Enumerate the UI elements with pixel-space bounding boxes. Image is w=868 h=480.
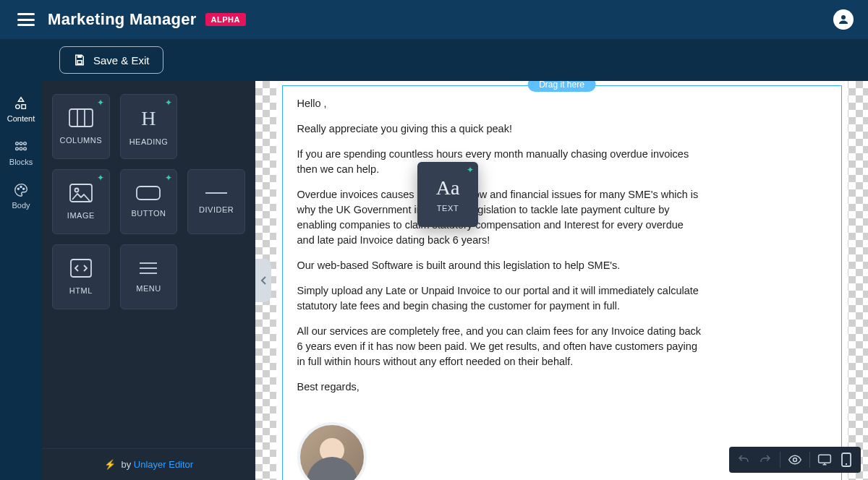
account-icon[interactable] [833,9,854,30]
email-paragraph: If you are spending countless hours ever… [297,147,704,177]
rail-item-content[interactable]: Content [0,90,42,130]
undo-icon [737,453,750,466]
block-label: IMAGE [67,211,95,220]
code-icon [70,259,92,279]
collapse-sidebar-handle[interactable] [255,259,271,302]
email-paragraph: All our services are completely free, an… [297,324,704,369]
block-label: DIVIDER [199,205,234,214]
svg-point-9 [20,147,22,150]
svg-point-6 [20,142,22,145]
svg-rect-26 [819,455,831,463]
palette-icon [13,182,29,198]
image-icon [69,184,93,204]
shapes-icon [13,95,29,111]
sparkle-icon: ✦ [467,165,474,175]
chevron-left-icon [259,275,268,286]
menu-lines-icon [138,261,158,277]
save-icon [73,53,86,67]
email-paragraph: Overdue invoices causes huge cash flow a… [297,187,704,248]
bolt-icon: ⚡ [104,459,116,470]
sparkle-icon: ✦ [97,98,105,108]
save-exit-button[interactable]: Save & Exit [59,46,163,74]
email-paragraph: Our web-based Software is built around t… [297,258,704,273]
rail-label: Content [0,114,42,123]
rail-item-body[interactable]: Body [0,176,42,217]
email-paragraph: Hello , [297,96,704,111]
rail-item-blocks[interactable]: Blocks [0,133,42,173]
svg-point-7 [24,142,27,145]
block-label: COLUMNS [60,136,103,145]
heading-icon: H [141,107,156,130]
svg-point-3 [16,105,20,109]
block-menu[interactable]: MENU [120,244,178,309]
canvas: Drag it here Hello , Really appreciate y… [255,81,868,480]
mobile-view-button[interactable] [836,450,856,470]
svg-point-25 [793,458,797,462]
svg-rect-4 [22,105,25,109]
undo-button[interactable] [733,450,754,470]
hamburger-menu-icon[interactable] [17,13,35,26]
drag-ghost-label: TEXT [437,204,459,213]
svg-point-13 [23,188,25,189]
block-grid: ✦ COLUMNS ✦ H HEADING ✦ IMAGE ✦ [52,94,245,309]
save-exit-label: Save & Exit [93,54,150,67]
sparkle-icon: ✦ [97,173,105,183]
credit-prefix: by [121,459,133,470]
svg-rect-19 [137,187,160,200]
svg-point-0 [841,15,846,20]
desktop-icon [817,453,832,466]
columns-icon [69,108,93,129]
unlayer-credit: ⚡ by Unlayer Editor [42,448,255,480]
redo-button[interactable] [755,450,775,470]
svg-rect-2 [77,61,82,64]
block-image[interactable]: ✦ IMAGE [52,169,110,234]
drop-zone[interactable]: Drag it here Hello , Really appreciate y… [282,85,842,480]
preview-button[interactable] [785,450,805,470]
svg-point-11 [17,188,19,189]
canvas-action-bar [729,447,861,473]
blocks-panel: ✦ COLUMNS ✦ H HEADING ✦ IMAGE ✦ [42,81,255,480]
block-label: HEADING [129,137,169,146]
svg-point-18 [75,189,78,192]
email-paragraph: Simply upload any Late or Unpaid Invoice… [297,283,704,314]
mobile-icon [841,453,851,467]
grid-icon [13,139,29,155]
svg-point-12 [20,186,22,187]
signature-avatar [297,422,367,480]
block-divider[interactable]: DIVIDER [187,169,245,234]
svg-point-8 [16,147,19,150]
sparkle-icon: ✦ [165,98,173,108]
main: Content Blocks Body ✦ COLUMNS ✦ H HEADIN… [0,81,868,480]
drag-ghost-text-block[interactable]: ✦ Aa TEXT [417,162,478,227]
block-html[interactable]: HTML [52,244,110,309]
rail-label: Blocks [0,158,42,166]
text-icon: Aa [436,176,460,200]
redo-icon [759,453,772,466]
email-frame: Drag it here Hello , Really appreciate y… [276,81,848,480]
email-body[interactable]: Hello , Really appreciate you giving thi… [283,86,841,419]
topbar: Marketing Manager ALPHA [0,0,868,39]
app-title: Marketing Manager [48,10,197,29]
svg-rect-14 [69,109,93,127]
separator [780,452,780,468]
email-paragraph: Best regards, [297,380,704,395]
desktop-view-button[interactable] [814,450,835,470]
nav-rail: Content Blocks Body [0,81,42,480]
block-columns[interactable]: ✦ COLUMNS [52,94,110,159]
sparkle-icon: ✦ [165,173,173,183]
block-heading[interactable]: ✦ H HEADING [120,94,178,159]
block-label: MENU [136,284,161,293]
svg-point-10 [24,147,27,150]
button-icon [136,186,161,202]
alpha-badge: ALPHA [205,13,246,26]
toolbar: Save & Exit [0,39,868,81]
svg-rect-21 [71,260,91,277]
divider-icon [204,189,229,198]
eye-icon [788,454,802,466]
email-paragraph: Really appreciate you giving this a quic… [297,121,704,137]
block-button[interactable]: ✦ BUTTON [120,169,178,234]
separator [809,452,810,468]
block-label: BUTTON [131,209,166,218]
svg-rect-1 [77,55,82,58]
unlayer-link[interactable]: Unlayer Editor [134,459,193,470]
